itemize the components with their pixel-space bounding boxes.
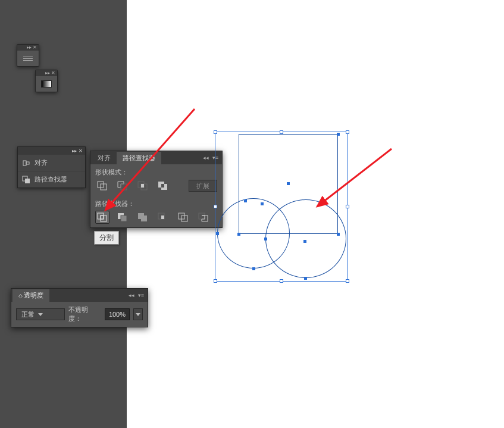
resize-handle-rc[interactable] <box>346 205 349 208</box>
collapse-icon[interactable]: ▸▸ <box>27 45 32 50</box>
canvas[interactable] <box>127 0 504 428</box>
resize-handle-tr[interactable] <box>346 130 349 134</box>
chevron-down-icon <box>38 313 43 316</box>
tab-align[interactable]: 对齐 <box>92 152 117 164</box>
mini-panel-header[interactable]: ▸▸ ✕ <box>17 45 39 51</box>
anchor-point[interactable] <box>216 232 219 235</box>
mini-panel-gradient[interactable]: ▸▸ ✕ <box>35 70 58 92</box>
collapse-icon[interactable]: ▸▸ <box>45 71 50 76</box>
opacity-label: 不透明度： <box>68 305 101 323</box>
anchor-point[interactable] <box>237 233 240 236</box>
resize-handle-bc[interactable] <box>280 279 283 283</box>
anchor-point[interactable] <box>244 199 247 202</box>
svg-rect-6 <box>121 184 127 190</box>
divide-button[interactable] <box>95 211 109 224</box>
disclosure-icon: ◇ <box>18 293 23 299</box>
transparency-tab-label: 透明度 <box>24 292 43 299</box>
opacity-value: 100% <box>109 311 126 318</box>
close-icon[interactable]: ✕ <box>79 148 83 154</box>
tab-transparency[interactable]: ◇透明度 <box>12 289 49 302</box>
unite-button[interactable] <box>95 179 109 192</box>
selection-center-mark <box>303 240 306 243</box>
anchor-point[interactable] <box>337 133 340 136</box>
rectangle-center-mark <box>287 182 290 185</box>
mini-panel-body[interactable] <box>36 76 57 92</box>
svg-rect-0 <box>23 161 26 165</box>
blend-mode-dropdown[interactable]: 正常 <box>16 308 65 320</box>
mini-panel-stroke[interactable]: ▸▸ ✕ <box>17 44 39 67</box>
resize-handle-tc[interactable] <box>280 130 283 134</box>
collapse-icon[interactable]: ▸▸ <box>72 148 77 154</box>
anchor-point[interactable] <box>337 233 340 236</box>
stroke-icon <box>23 57 33 61</box>
close-icon[interactable]: ✕ <box>33 45 37 50</box>
align-icon <box>21 158 31 168</box>
gradient-icon <box>41 80 52 88</box>
mini-panel-header[interactable]: ▸▸ ✕ <box>36 70 57 76</box>
collapsed-panel-header[interactable]: ▸▸ ✕ <box>18 147 85 154</box>
collapsed-panel-group: ▸▸ ✕ 对齐 路径查找器 <box>17 146 86 188</box>
mini-panel-body[interactable] <box>17 51 39 66</box>
resize-handle-lc[interactable] <box>214 205 217 208</box>
anchor-point[interactable] <box>304 277 307 280</box>
anchor-point[interactable] <box>252 267 255 270</box>
anchor-point[interactable] <box>264 238 267 240</box>
collapsed-pathfinder-label: 路径查找器 <box>35 175 67 184</box>
svg-rect-1 <box>26 162 29 164</box>
svg-rect-17 <box>121 215 127 221</box>
anchor-point[interactable] <box>261 202 264 205</box>
blend-mode-value: 正常 <box>21 310 35 319</box>
collapsed-align-row[interactable]: 对齐 <box>18 154 85 171</box>
selection-bounding-box[interactable] <box>215 132 348 282</box>
tooltip-divide: 分割 <box>94 231 119 245</box>
collapsed-pathfinder-row[interactable]: 路径查找器 <box>18 171 85 188</box>
svg-rect-3 <box>25 179 30 183</box>
collapsed-align-label: 对齐 <box>35 158 48 167</box>
svg-rect-15 <box>101 215 104 219</box>
close-icon[interactable]: ✕ <box>51 71 55 76</box>
resize-handle-tl[interactable] <box>214 130 217 134</box>
resize-handle-bl[interactable] <box>214 279 217 283</box>
resize-handle-br[interactable] <box>346 279 349 283</box>
pathfinder-icon <box>21 175 31 185</box>
opacity-input[interactable]: 100% <box>105 308 130 320</box>
